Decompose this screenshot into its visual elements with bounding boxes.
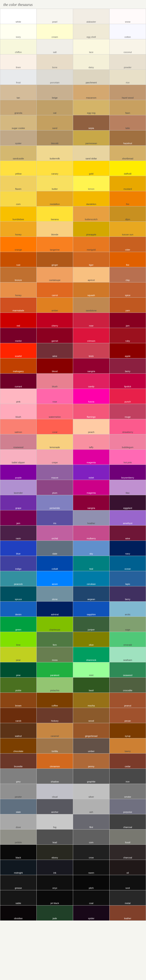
color-label: indigo	[0, 567, 36, 571]
color-cell: tawny	[110, 738, 146, 754]
color-label: frost	[0, 81, 36, 84]
color-label: latte	[110, 126, 146, 130]
color-cell: mint	[73, 662, 110, 678]
color-label: lemonade	[36, 445, 73, 449]
color-cell: carob	[0, 708, 36, 723]
color-cell: yellow	[0, 161, 36, 176]
color-cell: brunette	[0, 754, 36, 769]
color-label: fossil	[110, 841, 146, 845]
color-cell: ivory	[0, 24, 36, 39]
color-cell: ballet slipper	[0, 450, 36, 465]
color-label: white	[0, 20, 36, 24]
color-label: crimson	[73, 339, 110, 343]
color-cell: peacock	[0, 571, 36, 586]
color-cell: wine	[110, 525, 146, 541]
color-label: oil	[110, 871, 146, 875]
color-label: linen	[0, 66, 36, 70]
color-label: orchid	[36, 537, 73, 541]
color-cell: pitch	[73, 875, 110, 890]
color-cell: honey	[0, 222, 36, 237]
color-label: arctic	[110, 613, 146, 617]
color-cell: yam	[110, 298, 146, 313]
color-label: cerulean	[73, 582, 110, 586]
color-label: com	[73, 841, 110, 845]
color-label: garnet	[36, 339, 73, 343]
color-label: purple	[0, 476, 36, 480]
color-label: hazelnut	[110, 142, 146, 145]
color-label: magenta	[73, 491, 110, 495]
color-label: clay	[110, 278, 146, 282]
color-label: cantaloupe	[36, 278, 73, 282]
color-cell: onyx	[36, 875, 73, 890]
page-title: the color thesaurus	[0, 0, 146, 9]
color-cell: penny	[73, 754, 110, 769]
color-label: sapphire	[73, 613, 110, 617]
color-cell: rasin	[0, 525, 36, 541]
color-label: coconut	[110, 51, 146, 54]
color-cell: cider	[110, 237, 146, 252]
color-label: flamingo	[73, 415, 110, 419]
color-label: canary	[36, 172, 73, 176]
color-label: bubblegum	[110, 445, 146, 449]
color-label: pecan	[110, 719, 146, 723]
color-cell: blush	[0, 404, 36, 419]
color-cell: gold	[73, 161, 110, 176]
color-label: teal	[73, 567, 110, 571]
color-cell: green	[0, 617, 36, 632]
color-label: azure	[36, 582, 73, 586]
color-label: macaroon	[73, 96, 110, 100]
color-cell: mauve	[36, 465, 73, 480]
color-label: brown	[0, 704, 36, 708]
color-cell: jam	[0, 511, 36, 525]
color-label: merlot	[0, 339, 36, 343]
color-label: jam	[0, 522, 36, 525]
color-cell: biscotti	[36, 130, 73, 146]
color-cell: periwinkle	[36, 495, 73, 511]
color-label: daisy	[73, 66, 110, 70]
color-cell: pearl	[36, 9, 73, 24]
color-label: butterscotch	[73, 218, 110, 221]
color-cell: wine	[36, 343, 73, 358]
color-cell: rouge	[110, 404, 146, 419]
color-label: bronze	[0, 278, 36, 282]
color-cell: gingerbread	[73, 723, 110, 738]
color-label: denim	[0, 613, 36, 617]
color-cell: denim	[0, 601, 36, 617]
color-label: marmalade	[0, 309, 36, 313]
color-label: mulberry	[73, 537, 110, 541]
color-label: flint	[73, 826, 110, 829]
color-cell: merlot	[0, 328, 36, 343]
color-label: amethyst	[110, 522, 146, 525]
color-cell: oyster	[0, 130, 36, 146]
color-cell: chiffon	[0, 39, 36, 54]
color-label: shadow	[36, 780, 73, 784]
color-label: spider	[73, 917, 110, 921]
color-cell: lilac	[110, 480, 146, 495]
color-cell: umber	[73, 738, 110, 754]
color-cell: stone	[36, 586, 73, 601]
color-label: blonde	[36, 233, 73, 237]
color-label: parakeet	[36, 673, 73, 677]
color-label: mocha	[73, 704, 110, 708]
color-label: magenta	[73, 461, 110, 465]
color-cell: obsidian	[0, 905, 36, 921]
color-label: pear	[0, 658, 36, 662]
color-label: honey	[0, 233, 36, 237]
color-cell: iron	[110, 769, 146, 784]
color-cell: peanut	[110, 693, 146, 708]
color-label: sangria	[73, 506, 110, 510]
color-cell: black	[0, 845, 36, 860]
color-label: carob	[0, 719, 36, 723]
color-cell: bubblegum	[110, 434, 146, 450]
color-label: lace	[73, 51, 110, 54]
color-label: amber	[36, 309, 73, 313]
color-label: seaweed	[110, 673, 146, 677]
color-cell: spruce	[0, 586, 36, 601]
color-cell: sandstone	[73, 298, 110, 313]
color-cell: fawn	[110, 100, 146, 115]
color-label: black	[0, 856, 36, 860]
color-label: lead	[36, 841, 73, 845]
color-cell: bone	[36, 54, 73, 70]
color-cell: pineapple	[73, 222, 110, 237]
color-cell: wood	[73, 708, 110, 723]
